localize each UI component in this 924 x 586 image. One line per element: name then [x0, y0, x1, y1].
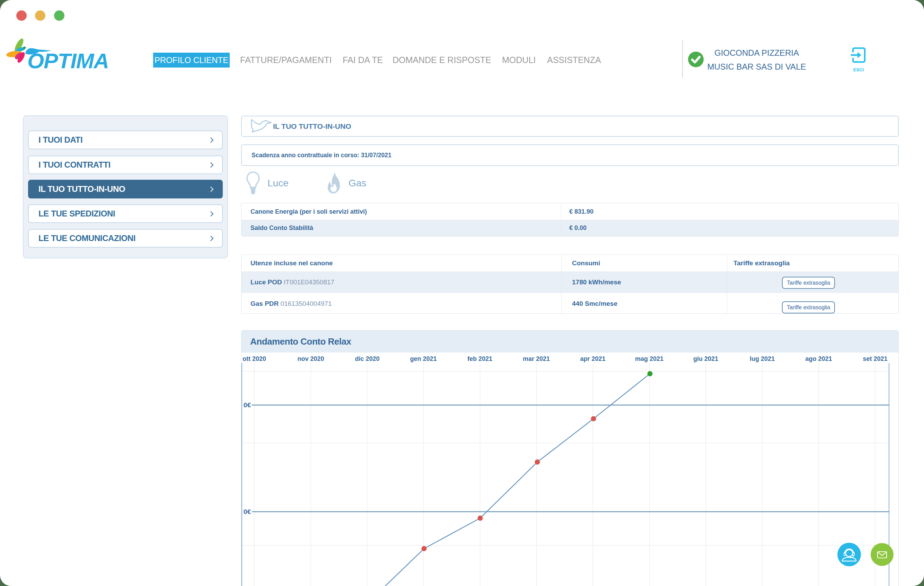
svg-text:OPTIMA: OPTIMA [27, 49, 109, 71]
svg-text:0€: 0€ [244, 508, 251, 515]
svg-text:0€: 0€ [244, 402, 251, 409]
